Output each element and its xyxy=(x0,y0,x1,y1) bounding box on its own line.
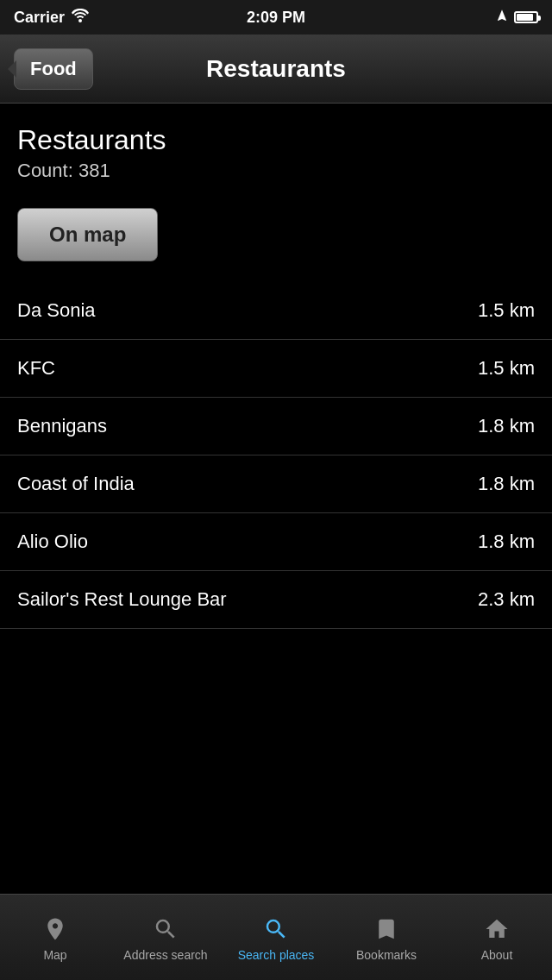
restaurant-name: Bennigans xyxy=(17,415,107,437)
restaurant-distance: 1.5 km xyxy=(478,299,535,322)
on-map-button[interactable]: On map xyxy=(17,208,158,261)
list-item[interactable]: KFC 1.5 km xyxy=(0,340,552,398)
tab-bookmarks[interactable]: Bookmarks xyxy=(331,914,442,962)
section-count: Count: 381 xyxy=(17,156,535,182)
restaurant-name: Sailor's Rest Lounge Bar xyxy=(17,588,227,611)
tab-map-label: Map xyxy=(43,948,66,962)
restaurant-name: KFC xyxy=(17,357,55,380)
battery-icon xyxy=(514,11,538,23)
restaurant-distance: 1.5 km xyxy=(478,357,535,380)
list-item[interactable]: Da Sonia 1.5 km xyxy=(0,282,552,340)
restaurant-distance: 2.3 km xyxy=(478,588,535,611)
tab-search-places[interactable]: Search places xyxy=(221,914,331,962)
restaurant-distance: 1.8 km xyxy=(478,415,535,437)
map-icon xyxy=(40,914,71,945)
tab-map[interactable]: Map xyxy=(0,914,110,962)
restaurant-name: Alio Olio xyxy=(17,531,88,553)
tab-bar: Map Address search Search places Bookmar… xyxy=(0,894,552,980)
tab-search-places-label: Search places xyxy=(238,948,315,962)
list-item[interactable]: Bennigans 1.8 km xyxy=(0,398,552,455)
search-places-icon xyxy=(260,914,292,945)
carrier-label: Carrier xyxy=(14,9,65,27)
tab-address-search[interactable]: Address search xyxy=(110,914,221,962)
list-item[interactable]: Coast of India 1.8 km xyxy=(0,455,552,513)
tab-address-search-label: Address search xyxy=(123,948,207,962)
address-search-icon xyxy=(150,914,181,945)
tab-about[interactable]: About xyxy=(442,914,552,962)
bookmarks-icon xyxy=(371,914,402,945)
restaurant-list: Da Sonia 1.5 km KFC 1.5 km Bennigans 1.8… xyxy=(0,282,552,629)
list-item[interactable]: Alio Olio 1.8 km xyxy=(0,513,552,571)
about-icon xyxy=(481,914,512,945)
nav-header: Food Restaurants xyxy=(0,35,552,104)
back-button[interactable]: Food xyxy=(14,48,93,90)
tab-bookmarks-label: Bookmarks xyxy=(356,948,417,962)
restaurant-distance: 1.8 km xyxy=(478,531,535,553)
restaurant-distance: 1.8 km xyxy=(478,473,535,495)
list-item[interactable]: Sailor's Rest Lounge Bar 2.3 km xyxy=(0,571,552,629)
section-title: Restaurants xyxy=(17,124,535,156)
status-bar: Carrier 2:09 PM xyxy=(0,0,552,35)
section-header: Restaurants Count: 381 xyxy=(0,104,552,187)
time-label: 2:09 PM xyxy=(247,9,305,26)
restaurant-name: Coast of India xyxy=(17,473,135,495)
restaurant-name: Da Sonia xyxy=(17,299,96,322)
main-content: Restaurants Count: 381 On map Da Sonia 1… xyxy=(0,104,552,945)
page-title: Restaurants xyxy=(206,55,346,83)
wifi-icon xyxy=(72,9,89,27)
tab-about-label: About xyxy=(481,948,513,962)
location-icon xyxy=(495,9,509,27)
